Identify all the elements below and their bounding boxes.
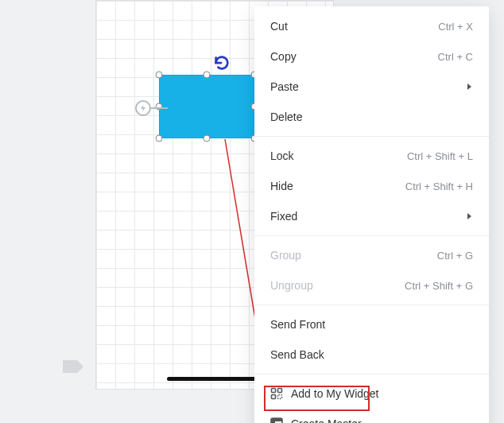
add-widget-icon	[270, 387, 283, 400]
menu-item-fixed[interactable]: Fixed	[254, 201, 489, 231]
menu-divider	[254, 374, 489, 374]
submenu-arrow-icon	[467, 83, 473, 91]
menu-item-hide[interactable]: Hide Ctrl + Shift + H	[254, 171, 489, 201]
connector-line	[151, 107, 168, 109]
menu-item-create-master[interactable]: Create Master	[254, 409, 489, 423]
menu-item-cut[interactable]: Cut Ctrl + X	[254, 11, 489, 41]
menu-shortcut: Ctrl + X	[438, 21, 473, 33]
menu-label: Send Front	[270, 318, 325, 331]
menu-label: Add to My Widget	[291, 387, 379, 400]
svg-rect-2	[278, 389, 282, 393]
resize-handle-s[interactable]	[204, 135, 211, 142]
menu-label: Hide	[270, 180, 293, 192]
menu-divider	[254, 305, 489, 305]
menu-shortcut: Ctrl + Shift + G	[405, 280, 473, 292]
menu-label: Copy	[270, 50, 297, 63]
resize-handle-n[interactable]	[204, 72, 211, 79]
menu-item-ungroup: Ungroup Ctrl + Shift + G	[254, 270, 489, 301]
menu-item-add-widget[interactable]: Add to My Widget	[254, 378, 489, 409]
menu-shortcut: Ctrl + Shift + H	[405, 180, 473, 192]
menu-item-lock[interactable]: Lock Ctrl + Shift + L	[254, 141, 489, 171]
menu-label: Fixed	[270, 210, 297, 223]
svg-rect-3	[272, 395, 276, 399]
resize-handle-nw[interactable]	[156, 72, 163, 79]
menu-label: Group	[270, 249, 301, 262]
interaction-connector[interactable]	[135, 100, 167, 116]
menu-item-group: Group Ctrl + G	[254, 240, 489, 270]
resize-handle-sw[interactable]	[156, 135, 163, 142]
menu-item-paste[interactable]: Paste	[254, 72, 489, 102]
menu-label: Send Back	[270, 348, 324, 361]
svg-rect-1	[272, 389, 276, 393]
home-indicator	[167, 377, 262, 381]
menu-item-send-back[interactable]: Send Back	[254, 340, 489, 370]
menu-item-copy[interactable]: Copy Ctrl + C	[254, 41, 489, 72]
svg-rect-4	[278, 395, 282, 399]
menu-shortcut: Ctrl + G	[437, 250, 473, 262]
menu-item-delete[interactable]: Delete	[254, 102, 489, 132]
tag-icon	[62, 359, 84, 377]
menu-label: Cut	[270, 20, 288, 33]
master-icon	[270, 417, 283, 423]
menu-label: Create Master	[291, 417, 362, 423]
menu-label: Paste	[270, 80, 299, 93]
submenu-arrow-icon	[467, 212, 473, 220]
menu-item-send-front[interactable]: Send Front	[254, 309, 489, 340]
svg-rect-6	[271, 418, 282, 421]
menu-label: Lock	[270, 149, 294, 162]
menu-label: Delete	[270, 111, 302, 123]
menu-shortcut: Ctrl + C	[438, 51, 473, 63]
menu-divider	[254, 235, 489, 236]
context-menu: Cut Ctrl + X Copy Ctrl + C Paste Delete …	[254, 6, 489, 423]
selected-rectangle[interactable]	[159, 75, 254, 138]
menu-divider	[254, 136, 489, 137]
rotate-handle-icon[interactable]	[213, 54, 231, 72]
menu-shortcut: Ctrl + Shift + L	[407, 150, 473, 162]
lightning-icon	[135, 100, 151, 116]
menu-label: Ungroup	[270, 279, 313, 292]
